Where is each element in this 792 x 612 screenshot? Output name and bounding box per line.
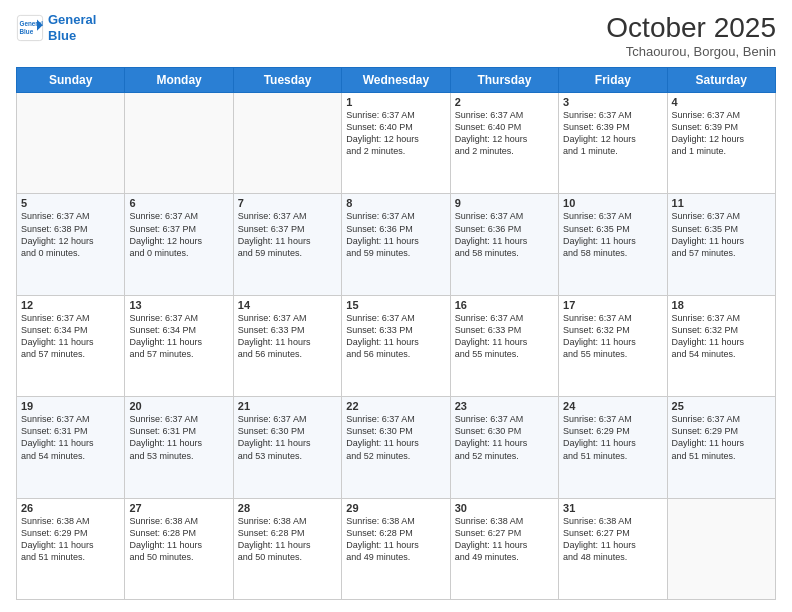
day-number: 24 [563, 400, 662, 412]
day-number: 14 [238, 299, 337, 311]
calendar-cell: 27Sunrise: 6:38 AM Sunset: 6:28 PM Dayli… [125, 498, 233, 599]
calendar-cell: 31Sunrise: 6:38 AM Sunset: 6:27 PM Dayli… [559, 498, 667, 599]
calendar-cell: 17Sunrise: 6:37 AM Sunset: 6:32 PM Dayli… [559, 295, 667, 396]
day-info: Sunrise: 6:37 AM Sunset: 6:33 PM Dayligh… [346, 312, 445, 361]
calendar-cell: 29Sunrise: 6:38 AM Sunset: 6:28 PM Dayli… [342, 498, 450, 599]
day-header-saturday: Saturday [667, 68, 775, 93]
day-info: Sunrise: 6:37 AM Sunset: 6:36 PM Dayligh… [455, 210, 554, 259]
day-info: Sunrise: 6:37 AM Sunset: 6:40 PM Dayligh… [346, 109, 445, 158]
calendar-cell: 13Sunrise: 6:37 AM Sunset: 6:34 PM Dayli… [125, 295, 233, 396]
day-info: Sunrise: 6:37 AM Sunset: 6:30 PM Dayligh… [346, 413, 445, 462]
day-number: 22 [346, 400, 445, 412]
day-number: 13 [129, 299, 228, 311]
day-info: Sunrise: 6:37 AM Sunset: 6:33 PM Dayligh… [238, 312, 337, 361]
location: Tchaourou, Borgou, Benin [606, 44, 776, 59]
calendar-cell: 18Sunrise: 6:37 AM Sunset: 6:32 PM Dayli… [667, 295, 775, 396]
day-info: Sunrise: 6:38 AM Sunset: 6:27 PM Dayligh… [455, 515, 554, 564]
day-number: 16 [455, 299, 554, 311]
day-number: 12 [21, 299, 120, 311]
day-info: Sunrise: 6:37 AM Sunset: 6:37 PM Dayligh… [238, 210, 337, 259]
day-number: 26 [21, 502, 120, 514]
calendar-cell [667, 498, 775, 599]
calendar-cell: 21Sunrise: 6:37 AM Sunset: 6:30 PM Dayli… [233, 397, 341, 498]
day-number: 3 [563, 96, 662, 108]
day-number: 7 [238, 197, 337, 209]
day-header-tuesday: Tuesday [233, 68, 341, 93]
day-info: Sunrise: 6:37 AM Sunset: 6:29 PM Dayligh… [563, 413, 662, 462]
day-info: Sunrise: 6:37 AM Sunset: 6:39 PM Dayligh… [563, 109, 662, 158]
day-header-thursday: Thursday [450, 68, 558, 93]
day-info: Sunrise: 6:38 AM Sunset: 6:28 PM Dayligh… [238, 515, 337, 564]
calendar-cell: 28Sunrise: 6:38 AM Sunset: 6:28 PM Dayli… [233, 498, 341, 599]
calendar-cell: 2Sunrise: 6:37 AM Sunset: 6:40 PM Daylig… [450, 93, 558, 194]
calendar-cell: 20Sunrise: 6:37 AM Sunset: 6:31 PM Dayli… [125, 397, 233, 498]
calendar-cell: 19Sunrise: 6:37 AM Sunset: 6:31 PM Dayli… [17, 397, 125, 498]
calendar-cell: 22Sunrise: 6:37 AM Sunset: 6:30 PM Dayli… [342, 397, 450, 498]
day-info: Sunrise: 6:37 AM Sunset: 6:31 PM Dayligh… [21, 413, 120, 462]
day-info: Sunrise: 6:37 AM Sunset: 6:39 PM Dayligh… [672, 109, 771, 158]
calendar-cell [233, 93, 341, 194]
day-number: 8 [346, 197, 445, 209]
logo-text: GeneralBlue [48, 12, 96, 43]
calendar-cell [125, 93, 233, 194]
day-number: 6 [129, 197, 228, 209]
calendar-cell: 30Sunrise: 6:38 AM Sunset: 6:27 PM Dayli… [450, 498, 558, 599]
month-title: October 2025 [606, 12, 776, 44]
calendar-cell: 5Sunrise: 6:37 AM Sunset: 6:38 PM Daylig… [17, 194, 125, 295]
day-number: 23 [455, 400, 554, 412]
calendar-cell: 7Sunrise: 6:37 AM Sunset: 6:37 PM Daylig… [233, 194, 341, 295]
day-header-sunday: Sunday [17, 68, 125, 93]
day-info: Sunrise: 6:38 AM Sunset: 6:27 PM Dayligh… [563, 515, 662, 564]
day-number: 29 [346, 502, 445, 514]
day-header-wednesday: Wednesday [342, 68, 450, 93]
calendar-cell: 16Sunrise: 6:37 AM Sunset: 6:33 PM Dayli… [450, 295, 558, 396]
calendar-cell: 15Sunrise: 6:37 AM Sunset: 6:33 PM Dayli… [342, 295, 450, 396]
day-number: 18 [672, 299, 771, 311]
day-number: 17 [563, 299, 662, 311]
day-info: Sunrise: 6:37 AM Sunset: 6:38 PM Dayligh… [21, 210, 120, 259]
day-number: 11 [672, 197, 771, 209]
day-number: 28 [238, 502, 337, 514]
calendar-cell: 14Sunrise: 6:37 AM Sunset: 6:33 PM Dayli… [233, 295, 341, 396]
day-info: Sunrise: 6:37 AM Sunset: 6:35 PM Dayligh… [672, 210, 771, 259]
day-number: 20 [129, 400, 228, 412]
day-header-friday: Friday [559, 68, 667, 93]
calendar-cell: 6Sunrise: 6:37 AM Sunset: 6:37 PM Daylig… [125, 194, 233, 295]
day-info: Sunrise: 6:38 AM Sunset: 6:29 PM Dayligh… [21, 515, 120, 564]
day-number: 19 [21, 400, 120, 412]
logo: General Blue GeneralBlue [16, 12, 96, 43]
calendar-cell: 1Sunrise: 6:37 AM Sunset: 6:40 PM Daylig… [342, 93, 450, 194]
day-number: 31 [563, 502, 662, 514]
day-info: Sunrise: 6:37 AM Sunset: 6:35 PM Dayligh… [563, 210, 662, 259]
day-info: Sunrise: 6:37 AM Sunset: 6:29 PM Dayligh… [672, 413, 771, 462]
day-info: Sunrise: 6:38 AM Sunset: 6:28 PM Dayligh… [129, 515, 228, 564]
title-block: October 2025 Tchaourou, Borgou, Benin [606, 12, 776, 59]
day-header-monday: Monday [125, 68, 233, 93]
calendar-cell: 12Sunrise: 6:37 AM Sunset: 6:34 PM Dayli… [17, 295, 125, 396]
day-info: Sunrise: 6:37 AM Sunset: 6:30 PM Dayligh… [455, 413, 554, 462]
calendar-cell: 11Sunrise: 6:37 AM Sunset: 6:35 PM Dayli… [667, 194, 775, 295]
day-number: 30 [455, 502, 554, 514]
day-number: 5 [21, 197, 120, 209]
day-number: 4 [672, 96, 771, 108]
day-number: 25 [672, 400, 771, 412]
calendar-cell: 4Sunrise: 6:37 AM Sunset: 6:39 PM Daylig… [667, 93, 775, 194]
calendar-cell: 24Sunrise: 6:37 AM Sunset: 6:29 PM Dayli… [559, 397, 667, 498]
calendar-cell: 3Sunrise: 6:37 AM Sunset: 6:39 PM Daylig… [559, 93, 667, 194]
calendar-cell: 23Sunrise: 6:37 AM Sunset: 6:30 PM Dayli… [450, 397, 558, 498]
calendar-cell: 26Sunrise: 6:38 AM Sunset: 6:29 PM Dayli… [17, 498, 125, 599]
day-info: Sunrise: 6:37 AM Sunset: 6:31 PM Dayligh… [129, 413, 228, 462]
day-number: 1 [346, 96, 445, 108]
calendar-cell: 10Sunrise: 6:37 AM Sunset: 6:35 PM Dayli… [559, 194, 667, 295]
calendar-cell: 8Sunrise: 6:37 AM Sunset: 6:36 PM Daylig… [342, 194, 450, 295]
day-info: Sunrise: 6:37 AM Sunset: 6:37 PM Dayligh… [129, 210, 228, 259]
calendar: SundayMondayTuesdayWednesdayThursdayFrid… [16, 67, 776, 600]
day-info: Sunrise: 6:37 AM Sunset: 6:32 PM Dayligh… [563, 312, 662, 361]
calendar-cell: 25Sunrise: 6:37 AM Sunset: 6:29 PM Dayli… [667, 397, 775, 498]
day-info: Sunrise: 6:37 AM Sunset: 6:34 PM Dayligh… [129, 312, 228, 361]
day-number: 2 [455, 96, 554, 108]
day-number: 27 [129, 502, 228, 514]
day-info: Sunrise: 6:37 AM Sunset: 6:30 PM Dayligh… [238, 413, 337, 462]
day-info: Sunrise: 6:37 AM Sunset: 6:33 PM Dayligh… [455, 312, 554, 361]
svg-text:Blue: Blue [20, 27, 34, 34]
